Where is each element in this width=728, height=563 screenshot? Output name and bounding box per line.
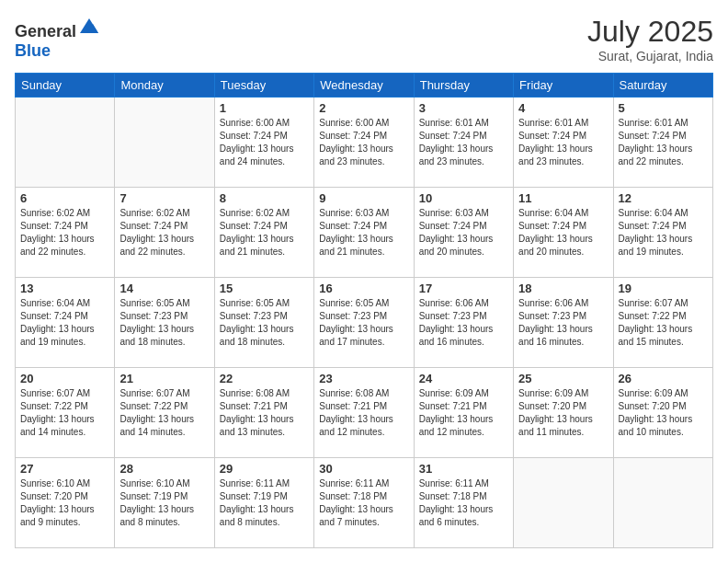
table-row: 2Sunrise: 6:00 AMSunset: 7:24 PMDaylight… (314, 98, 414, 188)
table-row: 17Sunrise: 6:06 AMSunset: 7:23 PMDayligh… (414, 278, 513, 368)
day-number: 8 (220, 191, 309, 205)
day-number: 29 (220, 462, 309, 476)
calendar-week-row: 6Sunrise: 6:02 AMSunset: 7:24 PMDaylight… (16, 188, 713, 278)
table-row: 18Sunrise: 6:06 AMSunset: 7:23 PMDayligh… (514, 278, 613, 368)
table-row: 16Sunrise: 6:05 AMSunset: 7:23 PMDayligh… (314, 278, 414, 368)
day-number: 26 (619, 372, 708, 385)
day-detail: Sunrise: 6:04 AMSunset: 7:24 PMDaylight:… (20, 297, 109, 349)
col-friday: Friday (514, 74, 613, 98)
day-detail: Sunrise: 6:02 AMSunset: 7:24 PMDaylight:… (220, 207, 309, 259)
location-subtitle: Surat, Gujarat, India (587, 49, 713, 63)
day-detail: Sunrise: 6:02 AMSunset: 7:24 PMDaylight:… (20, 207, 109, 259)
day-number: 15 (220, 282, 309, 295)
day-detail: Sunrise: 6:03 AMSunset: 7:24 PMDaylight:… (419, 207, 508, 259)
table-row: 23Sunrise: 6:08 AMSunset: 7:21 PMDayligh… (314, 368, 414, 458)
day-detail: Sunrise: 6:01 AMSunset: 7:24 PMDaylight:… (518, 117, 608, 168)
day-detail: Sunrise: 6:07 AMSunset: 7:22 PMDaylight:… (619, 297, 708, 349)
logo-blue: Blue (15, 41, 51, 60)
table-row: 20Sunrise: 6:07 AMSunset: 7:22 PMDayligh… (16, 368, 115, 458)
table-row: 30Sunrise: 6:11 AMSunset: 7:18 PMDayligh… (314, 458, 414, 548)
table-row: 13Sunrise: 6:04 AMSunset: 7:24 PMDayligh… (16, 278, 115, 368)
day-number: 18 (518, 282, 608, 295)
table-row: 12Sunrise: 6:04 AMSunset: 7:24 PMDayligh… (613, 188, 712, 278)
day-number: 31 (419, 462, 508, 476)
table-row: 26Sunrise: 6:09 AMSunset: 7:20 PMDayligh… (613, 368, 712, 458)
col-wednesday: Wednesday (314, 74, 414, 98)
col-sunday: Sunday (16, 74, 115, 98)
table-row: 7Sunrise: 6:02 AMSunset: 7:24 PMDaylight… (115, 188, 214, 278)
day-number: 6 (20, 191, 109, 205)
calendar-week-row: 27Sunrise: 6:10 AMSunset: 7:20 PMDayligh… (16, 458, 713, 548)
day-number: 27 (20, 462, 109, 476)
day-number: 19 (619, 282, 708, 295)
logo-general: General (15, 22, 76, 40)
table-row: 21Sunrise: 6:07 AMSunset: 7:22 PMDayligh… (115, 368, 214, 458)
day-number: 4 (518, 101, 608, 115)
month-year-title: July 2025 (587, 15, 713, 49)
calendar-header-row: Sunday Monday Tuesday Wednesday Thursday… (16, 74, 713, 98)
day-number: 21 (119, 372, 209, 385)
table-row: 31Sunrise: 6:11 AMSunset: 7:18 PMDayligh… (414, 458, 513, 548)
day-number: 28 (119, 462, 209, 476)
day-number: 22 (220, 372, 309, 385)
table-row: 4Sunrise: 6:01 AMSunset: 7:24 PMDaylight… (514, 98, 613, 188)
day-detail: Sunrise: 6:06 AMSunset: 7:23 PMDaylight:… (419, 297, 508, 349)
table-row (16, 98, 115, 188)
page-header: General Blue July 2025 Surat, Gujarat, I… (15, 15, 713, 63)
logo: General Blue (15, 15, 100, 61)
table-row: 22Sunrise: 6:08 AMSunset: 7:21 PMDayligh… (214, 368, 313, 458)
day-detail: Sunrise: 6:08 AMSunset: 7:21 PMDaylight:… (220, 387, 309, 439)
day-number: 16 (319, 282, 408, 295)
day-detail: Sunrise: 6:01 AMSunset: 7:24 PMDaylight:… (619, 117, 708, 168)
table-row: 11Sunrise: 6:04 AMSunset: 7:24 PMDayligh… (514, 188, 613, 278)
day-number: 7 (119, 191, 209, 205)
day-number: 9 (319, 191, 408, 205)
day-detail: Sunrise: 6:03 AMSunset: 7:24 PMDaylight:… (319, 207, 408, 259)
day-detail: Sunrise: 6:04 AMSunset: 7:24 PMDaylight:… (619, 207, 708, 259)
table-row: 27Sunrise: 6:10 AMSunset: 7:20 PMDayligh… (16, 458, 115, 548)
day-detail: Sunrise: 6:10 AMSunset: 7:20 PMDaylight:… (20, 477, 109, 529)
table-row: 28Sunrise: 6:10 AMSunset: 7:19 PMDayligh… (115, 458, 214, 548)
calendar-week-row: 20Sunrise: 6:07 AMSunset: 7:22 PMDayligh… (16, 368, 713, 458)
day-number: 23 (319, 372, 408, 385)
day-detail: Sunrise: 6:06 AMSunset: 7:23 PMDaylight:… (518, 297, 608, 349)
day-detail: Sunrise: 6:09 AMSunset: 7:21 PMDaylight:… (419, 387, 508, 439)
day-detail: Sunrise: 6:11 AMSunset: 7:18 PMDaylight:… (419, 477, 508, 529)
table-row (613, 458, 712, 548)
day-number: 17 (419, 282, 508, 295)
day-detail: Sunrise: 6:07 AMSunset: 7:22 PMDaylight:… (119, 387, 209, 439)
day-detail: Sunrise: 6:07 AMSunset: 7:22 PMDaylight:… (20, 387, 109, 439)
day-detail: Sunrise: 6:00 AMSunset: 7:24 PMDaylight:… (319, 117, 408, 168)
day-detail: Sunrise: 6:11 AMSunset: 7:19 PMDaylight:… (220, 477, 309, 529)
day-number: 25 (518, 372, 608, 385)
table-row: 5Sunrise: 6:01 AMSunset: 7:24 PMDaylight… (613, 98, 712, 188)
col-saturday: Saturday (613, 74, 712, 98)
calendar-week-row: 13Sunrise: 6:04 AMSunset: 7:24 PMDayligh… (16, 278, 713, 368)
title-block: July 2025 Surat, Gujarat, India (587, 15, 713, 63)
day-number: 12 (619, 191, 708, 205)
day-number: 30 (319, 462, 408, 476)
day-detail: Sunrise: 6:09 AMSunset: 7:20 PMDaylight:… (619, 387, 708, 439)
day-detail: Sunrise: 6:04 AMSunset: 7:24 PMDaylight:… (518, 207, 608, 259)
day-detail: Sunrise: 6:05 AMSunset: 7:23 PMDaylight:… (119, 297, 209, 349)
day-detail: Sunrise: 6:10 AMSunset: 7:19 PMDaylight:… (119, 477, 209, 529)
calendar-table: Sunday Monday Tuesday Wednesday Thursday… (15, 73, 713, 548)
table-row (115, 98, 214, 188)
day-number: 5 (619, 101, 708, 115)
day-detail: Sunrise: 6:00 AMSunset: 7:24 PMDaylight:… (220, 117, 309, 168)
day-detail: Sunrise: 6:02 AMSunset: 7:24 PMDaylight:… (119, 207, 209, 259)
day-number: 1 (220, 101, 309, 115)
day-detail: Sunrise: 6:09 AMSunset: 7:20 PMDaylight:… (518, 387, 608, 439)
day-number: 24 (419, 372, 508, 385)
table-row: 14Sunrise: 6:05 AMSunset: 7:23 PMDayligh… (115, 278, 214, 368)
table-row: 1Sunrise: 6:00 AMSunset: 7:24 PMDaylight… (214, 98, 313, 188)
day-detail: Sunrise: 6:05 AMSunset: 7:23 PMDaylight:… (319, 297, 408, 349)
table-row: 15Sunrise: 6:05 AMSunset: 7:23 PMDayligh… (214, 278, 313, 368)
day-number: 13 (20, 282, 109, 295)
table-row: 10Sunrise: 6:03 AMSunset: 7:24 PMDayligh… (414, 188, 513, 278)
table-row: 24Sunrise: 6:09 AMSunset: 7:21 PMDayligh… (414, 368, 513, 458)
day-number: 2 (319, 101, 408, 115)
day-detail: Sunrise: 6:01 AMSunset: 7:24 PMDaylight:… (419, 117, 508, 168)
day-number: 3 (419, 101, 508, 115)
col-thursday: Thursday (414, 74, 513, 98)
